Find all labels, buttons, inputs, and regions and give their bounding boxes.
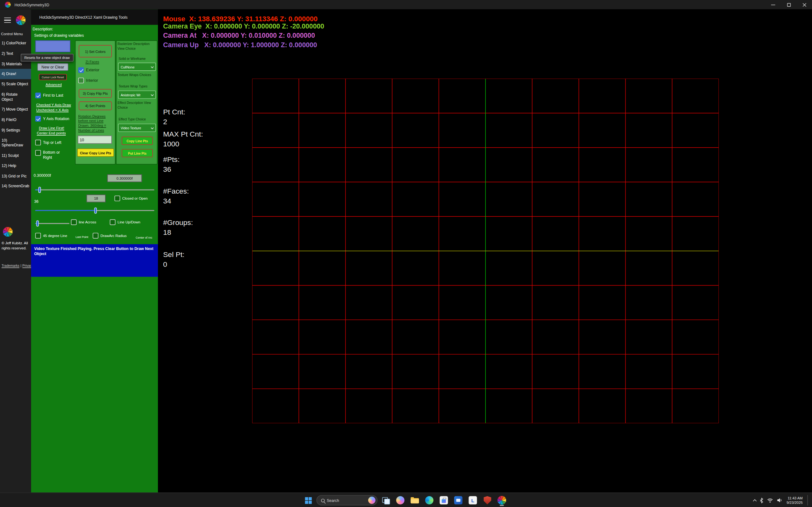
sidebar-item-fileio[interactable]: 8) FileIO <box>0 115 31 125</box>
rasterizer-title-2: View Choice <box>118 47 136 50</box>
rotation-degrees-link-1[interactable]: Rotation Degrees <box>78 114 106 118</box>
cursor-lock-reset-button[interactable]: Cursor Lock Reset <box>39 74 67 80</box>
set-colors-button[interactable]: 1) Set Colors <box>79 45 112 57</box>
stat-value: 2 <box>163 117 185 127</box>
copy-line-pts-button[interactable]: Copy Line Pts <box>122 136 153 145</box>
slider-thumb[interactable] <box>38 187 41 193</box>
tray-chevron-up-icon[interactable] <box>753 499 757 503</box>
float-slider[interactable] <box>35 187 154 193</box>
edge-button[interactable] <box>423 495 436 506</box>
hot3dx-app-button[interactable] <box>496 495 508 506</box>
file-explorer-button[interactable] <box>409 495 421 506</box>
clock-time: 11:43 AM <box>786 496 803 500</box>
volume-icon[interactable] <box>777 498 783 503</box>
description-label: Description: <box>33 27 53 32</box>
sidebar-item-screengrab[interactable]: 14) ScreenGrab <box>0 181 31 191</box>
sidebar-item-rotate-object[interactable]: 6) Rotate Object <box>0 89 31 105</box>
clear-copy-line-pts-button[interactable]: Clear Copy Line Pts <box>77 149 114 157</box>
first-to-last-checkbox[interactable]: First to Last <box>35 93 63 98</box>
chevron-down-icon <box>151 65 154 68</box>
checked-y-axis-link[interactable]: Checked Y Axis Draw <box>36 103 71 107</box>
legal-links: Trademarks | Privacy <box>2 264 33 268</box>
drawarc-radius-checkbox[interactable]: DrawArc Radius <box>93 233 126 239</box>
l-app-button[interactable]: L <box>467 495 479 506</box>
rotation-degrees-link-2[interactable]: before next Line <box>78 119 104 123</box>
sidebar-item-grid-or-pic[interactable]: 13) Grid or Pic <box>0 171 31 181</box>
new-or-clear-button[interactable]: New or Clear <box>38 63 68 71</box>
effect-type-dropdown[interactable]: Video Texture <box>118 124 156 132</box>
faces-link[interactable]: 2) Faces <box>85 60 99 63</box>
mail-app-button[interactable] <box>452 495 464 506</box>
exterior-checkbox[interactable]: Exterior <box>78 67 100 73</box>
wifi-icon[interactable] <box>767 498 773 503</box>
line-up-down-checkbox[interactable]: Line Up/Down <box>110 219 140 225</box>
set-points-button[interactable]: 4) Set Points <box>79 101 112 110</box>
stat-groups: #Groups: 18 <box>163 218 193 237</box>
sidebar-item-spheredraw[interactable]: 10) SphereDraw <box>0 135 31 151</box>
effect-type-choice-label: Effect Type Choice <box>119 118 146 121</box>
task-view-button[interactable] <box>380 495 392 506</box>
draw-line-first-link[interactable]: Draw Line First! <box>39 126 64 130</box>
sidebar-item-move-object[interactable]: 7) Move Object <box>0 105 31 115</box>
start-button[interactable] <box>302 495 314 506</box>
unchecked-x-axis-link[interactable]: Unchecked = X Axis <box>36 108 68 112</box>
security-app-button[interactable] <box>481 495 494 506</box>
sidebar-item-sculpt[interactable]: 11) Sculpt <box>0 151 31 161</box>
minimize-button[interactable] <box>765 0 781 9</box>
sidebar-item-scale-object[interactable]: 5) Scale Object <box>0 79 31 89</box>
interior-checkbox[interactable]: Interior <box>78 78 98 83</box>
active-app-indicator <box>500 505 504 506</box>
drawing-grid[interactable] <box>252 78 719 423</box>
rotation-degrees-link-4[interactable]: Number of Lines <box>78 128 104 132</box>
float-value-box[interactable]: 0.300000f <box>107 174 142 182</box>
maximize-button[interactable] <box>781 0 797 9</box>
deg45-line-checkbox[interactable]: 45 degree Line <box>35 233 67 239</box>
degrees-input[interactable]: 10 <box>78 135 112 144</box>
center-end-points-link[interactable]: Center End points <box>37 131 66 135</box>
tooltip: Resets for a new object draw <box>20 54 73 61</box>
line-slider[interactable] <box>35 221 69 227</box>
stat-sel-pt: Sel Pt: 0 <box>163 250 184 270</box>
top-or-left-checkbox[interactable]: Top or Left <box>35 140 61 146</box>
copilot-button[interactable] <box>394 495 406 506</box>
line-across-checkbox[interactable]: line Across <box>71 219 96 225</box>
copyright-text: © Jeff Kubitz. All rights reserved. <box>2 240 30 251</box>
put-line-pts-button[interactable]: Put Line Pts <box>122 149 153 157</box>
camera-up-readout: Camera Up X: 0.000000 Y: 1.000000 Z: 0.0… <box>163 41 317 49</box>
render-canvas[interactable]: Mouse X: 138.639236 Y: 31.113346 Z: 0.00… <box>158 9 812 493</box>
cull-mode-dropdown[interactable]: CullNone <box>118 63 156 71</box>
app-logo-icon[interactable] <box>15 15 26 25</box>
color-swatch[interactable] <box>35 40 70 52</box>
show-desktop-button[interactable] <box>807 495 809 505</box>
stat-faces: #Faces: 34 <box>163 186 189 206</box>
center-of-arc-label: Center of Arc <box>136 236 152 239</box>
trademarks-link[interactable]: Trademarks <box>2 264 19 268</box>
checkbox-box <box>35 116 41 122</box>
advanced-link[interactable]: Advanced <box>46 83 62 86</box>
sidebar-item-help[interactable]: 12) Help <box>0 161 31 171</box>
sidebar-item-colorpicker[interactable]: 1) ColorPicker <box>0 38 31 49</box>
slider-thumb[interactable] <box>94 208 97 214</box>
taskbar-search[interactable]: Search <box>316 495 378 505</box>
hamburger-menu-icon[interactable] <box>4 18 11 23</box>
texture-wrap-dropdown[interactable]: Anistropic Wr <box>118 91 156 99</box>
copy-flip-pts-button[interactable]: 3) Copy Flip Pts <box>79 89 112 98</box>
close-button[interactable] <box>797 0 812 9</box>
screen: Hot3dxSymmetry3D Control Menu 1) ColorPi… <box>0 0 812 507</box>
letter-l-app-icon: L <box>469 496 477 504</box>
taskbar-clock[interactable]: 11:43 AM 9/23/2025 <box>786 496 803 505</box>
segments-value-box[interactable]: 18 <box>87 194 106 202</box>
sidebar-item-draw[interactable]: 4) Draw! <box>0 69 31 79</box>
bottom-or-right-checkbox[interactable]: Bottom or Right <box>35 150 64 160</box>
segments-slider[interactable] <box>35 208 154 214</box>
search-placeholder: Search <box>327 498 366 503</box>
sidebar-item-settings[interactable]: 9) Settings <box>0 125 31 135</box>
slider-thumb[interactable] <box>36 221 39 227</box>
stat-label: MAX Pt Cnt: <box>163 129 203 139</box>
y-axis-rotation-checkbox[interactable]: Y Axis Rotation <box>35 116 69 122</box>
store-button[interactable] <box>438 495 450 506</box>
closed-or-open-checkbox[interactable]: Closed or Open <box>114 195 148 201</box>
stat-value: 36 <box>163 164 180 174</box>
rotation-degrees-link-3[interactable]: Drawn. 360/deg = <box>78 124 106 127</box>
bluetooth-icon[interactable] <box>760 498 763 503</box>
